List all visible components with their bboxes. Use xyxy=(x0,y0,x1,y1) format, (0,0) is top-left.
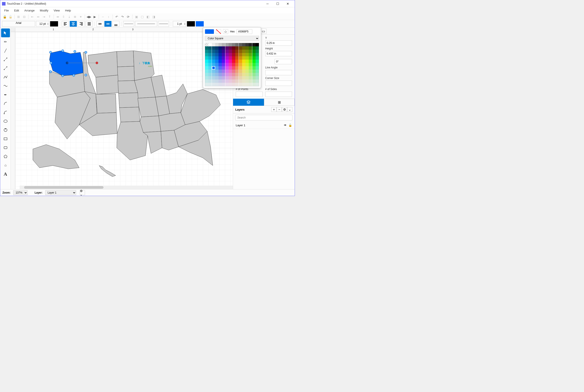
text-color-swatch[interactable] xyxy=(50,21,58,26)
color-cell[interactable] xyxy=(242,50,246,53)
align-right-icon[interactable]: ⇥ xyxy=(41,14,46,20)
rotation-input[interactable] xyxy=(274,59,292,64)
color-cell[interactable] xyxy=(218,60,222,63)
color-cell[interactable] xyxy=(242,60,246,63)
lock-icon[interactable]: 🔓 xyxy=(288,124,292,127)
points-input[interactable] xyxy=(236,92,263,97)
color-cell[interactable] xyxy=(225,60,229,63)
text-align-center-button[interactable] xyxy=(70,21,77,27)
color-cell[interactable] xyxy=(222,73,225,76)
menu-arrange[interactable]: Arrange xyxy=(22,8,37,13)
layer-gear-button[interactable]: ⚙ ⌄ xyxy=(80,190,85,195)
color-cell[interactable] xyxy=(256,76,259,80)
color-cell[interactable] xyxy=(225,66,229,70)
color-cell[interactable] xyxy=(249,43,252,46)
color-cell[interactable] xyxy=(208,66,212,70)
color-cell[interactable] xyxy=(225,73,229,76)
color-cell[interactable] xyxy=(249,83,252,86)
color-cell[interactable] xyxy=(218,50,222,53)
color-cell[interactable] xyxy=(232,66,235,70)
color-cell[interactable] xyxy=(256,50,259,53)
color-cell[interactable] xyxy=(256,70,259,73)
color-cell[interactable] xyxy=(208,80,212,83)
color-cell[interactable] xyxy=(232,46,235,50)
color-cell[interactable] xyxy=(225,43,229,46)
color-cell[interactable] xyxy=(225,76,229,80)
color-cell[interactable] xyxy=(215,80,218,83)
visibility-icon[interactable]: 👁 xyxy=(284,124,287,127)
color-cell[interactable] xyxy=(235,43,238,46)
align-middle-icon[interactable]: ⊕ xyxy=(72,14,78,20)
color-cell[interactable] xyxy=(242,56,246,60)
zoom-select[interactable]: 137% xyxy=(13,190,28,195)
color-cell[interactable] xyxy=(242,70,246,73)
path-tool[interactable] xyxy=(1,64,10,72)
color-cell[interactable] xyxy=(212,46,215,50)
color-cell[interactable] xyxy=(246,56,249,60)
color-cell[interactable] xyxy=(239,66,242,70)
distribute-h-icon[interactable]: ⇹ xyxy=(55,14,60,20)
color-cell[interactable] xyxy=(249,56,252,60)
y-input[interactable] xyxy=(265,40,292,46)
valign-top-button[interactable] xyxy=(96,21,104,27)
color-cell[interactable] xyxy=(235,76,238,80)
color-cell[interactable] xyxy=(246,63,249,66)
color-cell[interactable] xyxy=(256,83,259,86)
backward-icon[interactable]: ◨ xyxy=(151,14,156,20)
color-cell[interactable] xyxy=(205,56,208,60)
align-left-icon[interactable]: ⇤ xyxy=(30,14,35,20)
minimize-button[interactable]: ─ xyxy=(262,0,272,7)
stroke-width-select[interactable]: 1 pt▲▼ xyxy=(173,21,186,27)
color-cell[interactable] xyxy=(246,50,249,53)
color-cell[interactable] xyxy=(256,66,259,70)
color-cell[interactable] xyxy=(239,60,242,63)
color-cell[interactable] xyxy=(235,63,238,66)
color-cell[interactable] xyxy=(256,53,259,56)
color-cell[interactable] xyxy=(232,60,235,63)
color-cell[interactable] xyxy=(205,60,208,63)
color-cell[interactable] xyxy=(246,60,249,63)
color-cell[interactable] xyxy=(246,83,249,86)
color-cell[interactable] xyxy=(242,76,246,80)
color-cell[interactable] xyxy=(208,50,212,53)
canvas[interactable]: ↓ 下载集 .com xyxy=(15,32,233,189)
color-cell[interactable] xyxy=(229,43,232,46)
color-cell[interactable] xyxy=(235,50,238,53)
color-cell[interactable] xyxy=(215,73,218,76)
fill-color-swatch[interactable] xyxy=(196,21,204,26)
library-tab[interactable]: ⊞ xyxy=(264,99,295,106)
color-cell[interactable] xyxy=(239,76,242,80)
color-cell[interactable] xyxy=(222,70,225,73)
pen-tool[interactable]: ✒ xyxy=(1,90,10,99)
color-cell[interactable] xyxy=(235,66,238,70)
color-cell[interactable] xyxy=(249,76,252,80)
color-cell[interactable] xyxy=(229,73,232,76)
color-cell[interactable] xyxy=(246,46,249,50)
color-cell[interactable] xyxy=(218,80,222,83)
color-cell[interactable] xyxy=(225,56,229,60)
color-cell[interactable] xyxy=(229,83,232,86)
color-cell[interactable] xyxy=(235,83,238,86)
line-angle-input[interactable] xyxy=(265,70,292,75)
color-cell[interactable] xyxy=(215,53,218,56)
color-cell[interactable] xyxy=(225,53,229,56)
color-cell[interactable] xyxy=(218,56,222,60)
align-bottom-icon[interactable]: ⤓ xyxy=(67,14,72,20)
color-cell[interactable] xyxy=(246,43,249,46)
color-cell[interactable] xyxy=(208,83,212,86)
color-cell[interactable] xyxy=(208,73,212,76)
font-size-select[interactable]: 12 pt▲▼ xyxy=(36,21,49,27)
flip-h-icon[interactable]: ◀▶ xyxy=(86,14,92,20)
color-cell[interactable] xyxy=(208,70,212,73)
color-cell[interactable] xyxy=(235,53,238,56)
color-cell[interactable] xyxy=(249,66,252,70)
color-mode-select[interactable]: Color Square xyxy=(205,36,259,41)
menu-view[interactable]: View xyxy=(52,8,62,13)
color-cell[interactable] xyxy=(208,56,212,60)
text-align-justify-button[interactable] xyxy=(86,21,93,27)
ungroup-icon[interactable]: ⊟ xyxy=(22,14,27,20)
star-tool[interactable]: ☆ xyxy=(1,161,10,170)
usa-map-shape[interactable]: ↓ 下载集 .com xyxy=(28,43,220,184)
line-style-select[interactable] xyxy=(135,21,157,27)
unlock-icon[interactable]: 🔓 xyxy=(8,14,13,20)
